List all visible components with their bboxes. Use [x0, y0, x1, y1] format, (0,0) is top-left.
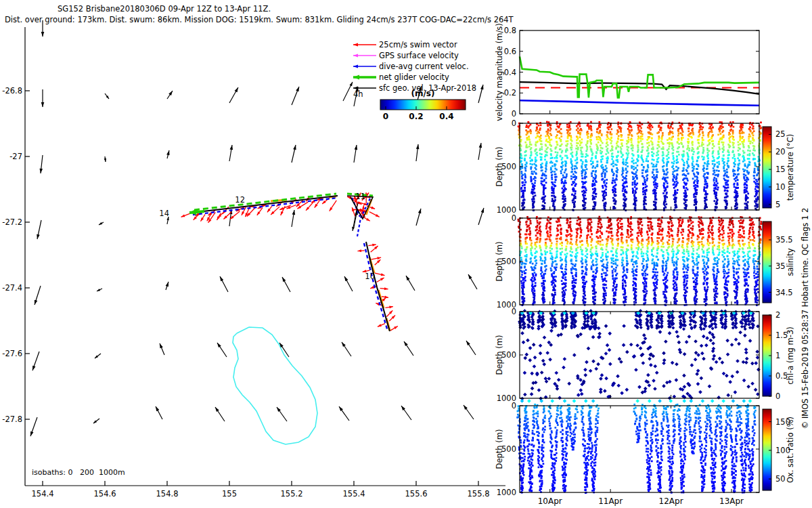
svg-text:10: 10: [365, 272, 375, 281]
svg-text:25: 25: [775, 129, 786, 139]
svg-text:-27.6: -27.6: [2, 349, 22, 358]
svg-text:155.4: 155.4: [343, 489, 365, 499]
svg-text:0.2: 0.2: [409, 112, 423, 121]
svg-text:12Apr: 12Apr: [659, 496, 683, 506]
svg-text:0: 0: [775, 391, 780, 401]
svg-text:0.4: 0.4: [439, 112, 453, 121]
svg-text:temperature (°C): temperature (°C): [786, 134, 795, 201]
isobath-contour: [233, 327, 317, 444]
isobaths-label: isobaths: 0 200 1000m: [32, 468, 125, 477]
svg-text:Ox. sat. ratio (%): Ox. sat. ratio (%): [786, 417, 795, 483]
svg-text:2: 2: [775, 310, 780, 320]
svg-text:50: 50: [775, 474, 786, 484]
svg-text:154.6: 154.6: [94, 489, 116, 499]
chl-a-panel: 05001000Depth (m)00.511.52chl-a (mg m-3): [495, 307, 795, 403]
svg-text:-27.8: -27.8: [2, 415, 22, 424]
svg-text:154.8: 154.8: [156, 489, 179, 499]
salinity-panel: 05001000Depth (m)34.53535.5salinity: [495, 213, 795, 310]
svg-text:dive-avg current veloc.: dive-avg current veloc.: [379, 62, 469, 71]
svg-text:-26.8: -26.8: [2, 86, 22, 96]
figure-subtitle: Dist. over ground: 173km. Dist. swum: 86…: [5, 15, 514, 24]
svg-text:15: 15: [775, 165, 786, 174]
svg-text:1000: 1000: [497, 488, 516, 497]
svg-text:-27: -27: [9, 152, 22, 161]
svg-text:0.4: 0.4: [504, 68, 516, 77]
svg-text:155.8: 155.8: [468, 489, 490, 499]
svg-text:35.5: 35.5: [775, 235, 793, 245]
glider-mission-figure: SG152 Brisbane20180306D 09-Apr 12Z to 13…: [0, 0, 812, 508]
svg-text:0: 0: [512, 401, 516, 410]
velocity-panel: 00.20.40.60.8velocity magnitude (m/s): [495, 23, 759, 121]
credit-text: © IMOS 15-Feb-2019 05:28:37 Hobart time.…: [800, 208, 810, 429]
svg-text:0: 0: [512, 109, 516, 119]
svg-text:0.6: 0.6: [504, 47, 516, 56]
svg-text:14: 14: [159, 209, 169, 218]
svg-text:10Apr: 10Apr: [538, 496, 562, 506]
svg-text:0: 0: [383, 112, 388, 121]
svg-text:155.2: 155.2: [281, 489, 303, 499]
map-legend: 25cm/s swim vectorGPS surface velocitydi…: [343, 40, 476, 121]
svg-text:Depth (m): Depth (m): [495, 335, 504, 375]
svg-text:154.4: 154.4: [32, 489, 54, 499]
svg-text:35: 35: [775, 261, 786, 271]
glider-track: [181, 192, 398, 331]
svg-text:0: 0: [512, 213, 516, 223]
svg-text:25cm/s swim vector: 25cm/s swim vector: [379, 40, 457, 49]
temperature-panel: 05001000Depth (m)510152025temperature (°…: [495, 119, 795, 215]
svg-text:34.5: 34.5: [775, 288, 793, 297]
svg-text:155.6: 155.6: [405, 489, 428, 499]
svg-text:chl-a (mg m-3): chl-a (mg m-3): [786, 326, 795, 384]
svg-text:20: 20: [775, 147, 786, 156]
svg-text:0: 0: [512, 119, 516, 128]
figure-canvas: 14121110154.4154.6154.8155155.2155.4155.…: [0, 0, 812, 508]
figure-title: SG152 Brisbane20180306D 09-Apr 12Z to 13…: [58, 4, 271, 14]
svg-text:(m/s): (m/s): [411, 89, 435, 98]
svg-text:13Apr: 13Apr: [719, 496, 744, 506]
svg-text:5: 5: [775, 200, 780, 209]
svg-text:155: 155: [222, 489, 237, 499]
svg-text:4h: 4h: [353, 89, 363, 99]
svg-text:GPS surface velocity: GPS surface velocity: [379, 51, 459, 60]
svg-text:12: 12: [235, 195, 245, 205]
svg-text:salinity: salinity: [786, 248, 795, 276]
svg-text:net glider velocity: net glider velocity: [379, 72, 449, 82]
svg-text:-27.4: -27.4: [2, 283, 22, 293]
oxygen-panel: 05001000Depth (m)50100150Ox. sat. ratio …: [495, 401, 795, 506]
svg-text:10: 10: [775, 182, 786, 192]
svg-text:0.2: 0.2: [504, 88, 516, 98]
svg-text:Depth (m): Depth (m): [495, 147, 504, 187]
svg-text:Depth (m): Depth (m): [495, 242, 504, 282]
svg-text:-27.2: -27.2: [2, 217, 22, 227]
svg-text:1: 1: [775, 351, 780, 360]
svg-text:© IMOS 15-Feb-2019 05:28:37 Ho: © IMOS 15-Feb-2019 05:28:37 Hobart time.…: [800, 208, 810, 429]
waypoint-labels: 14121110: [159, 192, 375, 281]
svg-text:11: 11: [355, 192, 365, 201]
svg-text:Depth (m): Depth (m): [495, 429, 504, 469]
svg-text:0.8: 0.8: [504, 26, 516, 35]
svg-text:0: 0: [512, 307, 516, 316]
svg-text:velocity magnitude (m/s): velocity magnitude (m/s): [495, 23, 504, 121]
svg-text:11Apr: 11Apr: [598, 496, 623, 506]
